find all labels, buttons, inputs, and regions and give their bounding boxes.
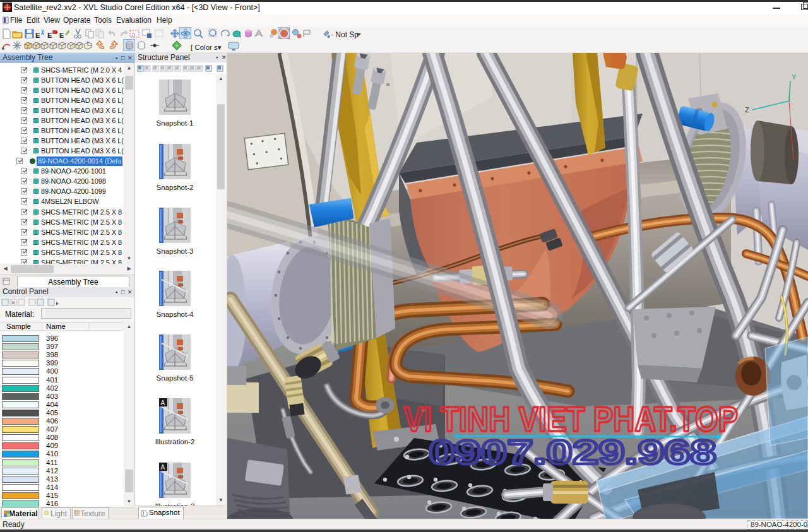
svg-text:E: E	[35, 32, 40, 39]
svg-text:0907.029.968: 0907.029.968	[429, 433, 716, 471]
svg-text:A: A	[161, 464, 165, 471]
svg-text:Z: Z	[745, 106, 749, 114]
svg-text:E: E	[59, 32, 64, 39]
svg-text:[]: []	[132, 32, 134, 37]
svg-text:A: A	[161, 399, 165, 406]
svg-text:✕: ✕	[11, 300, 16, 306]
svg-text:Y: Y	[792, 73, 797, 81]
svg-text:E: E	[47, 32, 52, 39]
